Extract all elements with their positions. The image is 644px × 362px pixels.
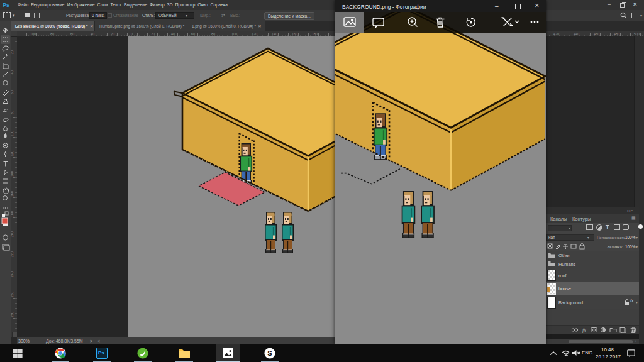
svg-text:fx: fx <box>582 327 586 333</box>
svg-text:S: S <box>267 349 272 357</box>
